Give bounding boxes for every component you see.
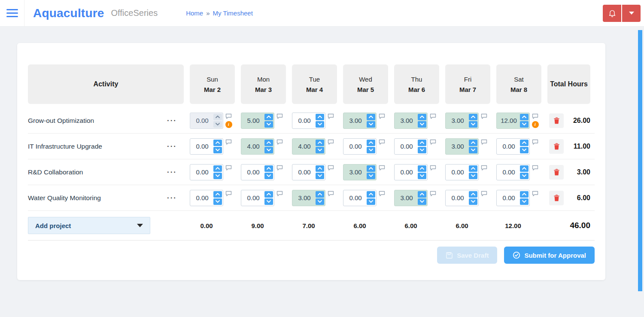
comment-icon[interactable] bbox=[532, 113, 538, 119]
comment-icon[interactable] bbox=[430, 113, 436, 119]
delete-row-button[interactable] bbox=[549, 113, 564, 128]
hours-input[interactable]: 0.00 bbox=[394, 164, 428, 180]
spinner-up-icon[interactable] bbox=[316, 165, 324, 172]
hours-input[interactable]: 0.00 bbox=[496, 190, 530, 206]
hours-input[interactable]: 0.00 bbox=[394, 138, 428, 155]
spinner-down-icon[interactable] bbox=[469, 147, 477, 153]
spinner-down-icon[interactable] bbox=[316, 198, 324, 205]
hours-input[interactable]: 0.00 bbox=[190, 190, 223, 206]
hours-input[interactable]: 0.00 bbox=[292, 164, 325, 180]
comment-icon[interactable] bbox=[379, 165, 385, 171]
row-menu-button[interactable]: ··· bbox=[166, 115, 178, 126]
spinner-up-icon[interactable] bbox=[264, 191, 273, 198]
hours-input[interactable]: 3.00 bbox=[445, 113, 479, 129]
spinner-up-icon[interactable] bbox=[520, 165, 529, 172]
comment-icon[interactable] bbox=[276, 165, 283, 171]
submit-for-approval-button[interactable]: Submit for Approval bbox=[504, 247, 595, 264]
spinner-up-icon[interactable] bbox=[418, 165, 426, 172]
hours-input[interactable]: 3.00 bbox=[343, 164, 377, 180]
spinner-down-icon[interactable] bbox=[418, 121, 426, 128]
hours-input[interactable]: 3.00 bbox=[394, 113, 428, 129]
spinner-down-icon[interactable] bbox=[418, 147, 426, 153]
spinner-down-icon[interactable] bbox=[316, 173, 324, 179]
hours-input[interactable]: 0.00 bbox=[292, 113, 325, 129]
spinner-down-icon[interactable] bbox=[367, 147, 375, 153]
spinner-down-icon[interactable] bbox=[316, 121, 324, 128]
spinner-up-icon[interactable] bbox=[213, 140, 222, 146]
hours-input[interactable]: 4.00 bbox=[292, 138, 325, 155]
spinner-down-icon[interactable] bbox=[520, 198, 529, 205]
comment-icon[interactable] bbox=[532, 191, 538, 196]
spinner-down-icon[interactable] bbox=[316, 147, 324, 153]
spinner-up-icon[interactable] bbox=[264, 114, 273, 120]
spinner-up-icon[interactable] bbox=[418, 191, 426, 198]
comment-icon[interactable] bbox=[276, 191, 283, 196]
comment-icon[interactable] bbox=[328, 139, 334, 145]
spinner-up-icon[interactable] bbox=[316, 114, 324, 120]
spinner-up-icon[interactable] bbox=[367, 191, 375, 198]
save-draft-button[interactable]: Save Draft bbox=[437, 247, 497, 264]
comment-icon[interactable] bbox=[328, 165, 334, 171]
hours-input[interactable]: 0.00 bbox=[445, 190, 479, 206]
comment-icon[interactable] bbox=[225, 139, 232, 145]
hours-input[interactable]: 0.00 bbox=[241, 164, 274, 180]
spinner-up-icon[interactable] bbox=[213, 165, 222, 172]
spinner-down-icon[interactable] bbox=[213, 198, 222, 205]
spinner-down-icon[interactable] bbox=[520, 147, 529, 153]
spinner-down-icon[interactable] bbox=[264, 173, 273, 179]
hours-input[interactable]: 12.00 bbox=[496, 113, 530, 129]
spinner-down-icon[interactable] bbox=[367, 173, 375, 179]
spinner-up-icon[interactable] bbox=[264, 140, 273, 146]
hours-input[interactable]: 0.00 bbox=[496, 164, 530, 180]
comment-icon[interactable] bbox=[532, 165, 538, 171]
spinner-up-icon[interactable] bbox=[469, 165, 477, 172]
delete-row-button[interactable] bbox=[549, 191, 564, 205]
delete-row-button[interactable] bbox=[549, 139, 564, 154]
comment-icon[interactable] bbox=[276, 113, 283, 119]
hours-input[interactable]: 0.00 bbox=[190, 164, 223, 180]
hours-input[interactable]: 0.00 bbox=[496, 138, 530, 155]
spinner-up-icon[interactable] bbox=[264, 165, 273, 172]
hours-input[interactable]: 3.00 bbox=[445, 138, 479, 155]
comment-icon[interactable] bbox=[481, 139, 487, 145]
spinner-up-icon[interactable] bbox=[316, 191, 324, 198]
comment-icon[interactable] bbox=[430, 139, 436, 145]
spinner-up-icon[interactable] bbox=[520, 191, 529, 198]
comment-icon[interactable] bbox=[225, 113, 232, 119]
hours-input[interactable]: 5.00 bbox=[241, 113, 274, 129]
comment-icon[interactable] bbox=[481, 165, 487, 171]
breadcrumb-home-link[interactable]: Home bbox=[186, 9, 203, 17]
spinner-down-icon[interactable] bbox=[469, 121, 477, 128]
comment-icon[interactable] bbox=[225, 165, 232, 171]
spinner-up-icon[interactable] bbox=[520, 114, 529, 120]
breadcrumb-current-link[interactable]: My Timesheet bbox=[213, 9, 253, 17]
hours-input[interactable]: 0.00 bbox=[190, 138, 223, 155]
row-menu-button[interactable]: ··· bbox=[166, 192, 178, 203]
spinner-down-icon[interactable] bbox=[418, 198, 426, 205]
comment-icon[interactable] bbox=[328, 113, 334, 119]
spinner-down-icon[interactable] bbox=[520, 121, 529, 128]
spinner-up-icon[interactable] bbox=[213, 191, 222, 198]
comment-icon[interactable] bbox=[379, 191, 385, 196]
spinner-down-icon[interactable] bbox=[213, 147, 222, 153]
comment-icon[interactable] bbox=[379, 139, 385, 145]
hours-input[interactable]: 0.00 bbox=[343, 138, 377, 155]
spinner-up-icon[interactable] bbox=[418, 140, 426, 146]
hours-input[interactable]: 0.00 bbox=[343, 190, 377, 206]
spinner-up-icon[interactable] bbox=[469, 114, 477, 120]
spinner-down-icon[interactable] bbox=[367, 121, 375, 128]
spinner-up-icon[interactable] bbox=[367, 165, 375, 172]
spinner-up-icon[interactable] bbox=[367, 114, 375, 120]
spinner-up-icon[interactable] bbox=[367, 140, 375, 146]
hours-input[interactable]: 3.00 bbox=[394, 190, 428, 206]
comment-icon[interactable] bbox=[532, 139, 538, 145]
delete-row-button[interactable] bbox=[549, 165, 564, 180]
page-scrollbar[interactable] bbox=[638, 30, 642, 291]
hamburger-menu-icon[interactable] bbox=[0, 0, 24, 27]
comment-icon[interactable] bbox=[379, 113, 385, 119]
comment-icon[interactable] bbox=[225, 191, 232, 196]
hours-input[interactable]: 3.00 bbox=[343, 113, 377, 129]
hours-input[interactable]: 0.00 bbox=[445, 164, 479, 180]
comment-icon[interactable] bbox=[430, 165, 436, 171]
comment-icon[interactable] bbox=[481, 191, 487, 196]
